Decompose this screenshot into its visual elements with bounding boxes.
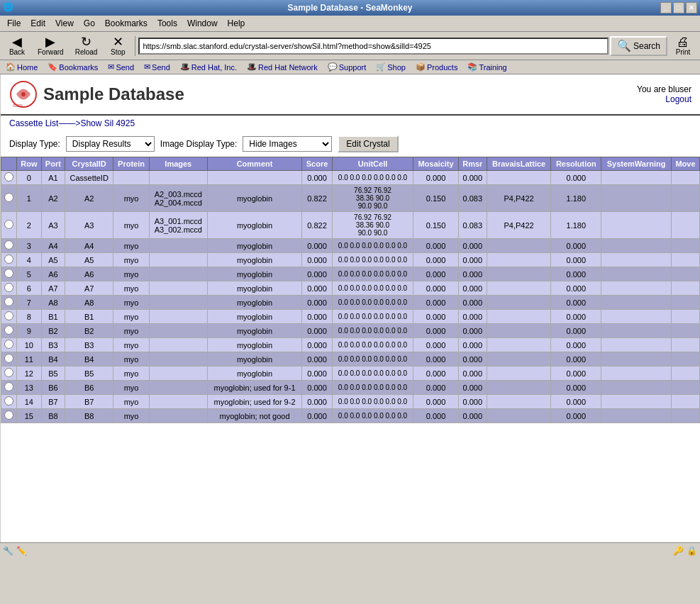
cassette-list-link[interactable]: Cassette List — [9, 118, 58, 128]
menu-help[interactable]: Help — [223, 17, 250, 30]
stop-button[interactable]: ✕ Stop — [104, 33, 132, 58]
row-radio-cell[interactable] — [1, 324, 17, 338]
cell-move — [671, 253, 699, 267]
cell-rmsr: 0.083 — [458, 212, 487, 239]
menu-view[interactable]: View — [51, 17, 78, 30]
row-radio-cell[interactable] — [1, 185, 17, 212]
cell-row: 11 — [17, 352, 42, 367]
bookmark-products[interactable]: 📦 Products — [413, 62, 460, 72]
cell-mosaicity: 0.000 — [413, 395, 459, 409]
row-radio-cell[interactable] — [1, 296, 17, 310]
row-radio-cell[interactable] — [1, 338, 17, 352]
cell-bravais — [487, 324, 551, 338]
bookmark-bookmarks[interactable]: 🔖 Bookmarks — [45, 62, 101, 72]
back-button[interactable]: ◀ Back — [3, 33, 31, 58]
menu-window[interactable]: Window — [183, 17, 222, 30]
cell-images — [149, 381, 207, 395]
row-radio-cell[interactable] — [1, 239, 17, 253]
cell-comment: myoglobin — [207, 367, 301, 381]
cell-row: 5 — [17, 267, 42, 281]
cell-protein: myo — [113, 185, 149, 212]
row-radio-cell[interactable] — [1, 381, 17, 395]
breadcrumb-arrow: ——> — [58, 118, 80, 128]
row-radio-cell[interactable] — [1, 409, 17, 423]
row-radio[interactable] — [4, 410, 13, 420]
cell-move — [671, 367, 699, 381]
cell-protein: myo — [113, 395, 149, 409]
row-radio[interactable] — [4, 382, 13, 391]
cell-unitcell: 0.0 0.0 0.0 0.0 0.0 0.0 — [332, 296, 413, 310]
row-radio-cell[interactable] — [1, 395, 17, 409]
cell-row: 15 — [17, 409, 42, 423]
row-radio[interactable] — [4, 255, 13, 264]
row-radio-cell[interactable] — [1, 212, 17, 239]
minimize-button[interactable]: _ — [660, 2, 672, 13]
logout-link[interactable]: Logout — [665, 94, 691, 104]
table-row: 14 B7 B7 myo myoglobin; used for 9-2 0.0… — [1, 395, 700, 409]
cell-images: A3_001.mccdA3_002.mccd — [149, 212, 207, 239]
bookmark-redhat-network[interactable]: 🎩 Red Hat Network — [244, 62, 321, 72]
shop-icon: 🛒 — [376, 62, 386, 72]
row-radio-cell[interactable] — [1, 171, 17, 185]
cell-row: 1 — [17, 185, 42, 212]
row-radio-cell[interactable] — [1, 310, 17, 324]
row-radio[interactable] — [4, 340, 13, 349]
cell-crystalid: A2 — [65, 185, 113, 212]
row-radio-cell[interactable] — [1, 367, 17, 381]
cell-protein: myo — [113, 212, 149, 239]
address-bar[interactable]: https://smb.slac.stanford.edu/crystal-se… — [138, 38, 609, 55]
row-radio[interactable] — [4, 240, 13, 250]
bookmark-shop[interactable]: 🛒 Shop — [373, 62, 409, 72]
bookmark-training[interactable]: 📚 Training — [465, 62, 509, 72]
reload-button[interactable]: ↻ Reload — [70, 33, 103, 58]
cell-move — [671, 185, 699, 212]
cell-resolution: 0.000 — [551, 395, 601, 409]
menu-tools[interactable]: Tools — [153, 17, 182, 30]
row-radio[interactable] — [4, 368, 13, 377]
row-radio[interactable] — [4, 354, 13, 363]
window-controls[interactable]: _ □ ✕ — [660, 2, 697, 13]
row-radio-cell[interactable] — [1, 267, 17, 281]
row-radio-cell[interactable] — [1, 352, 17, 367]
row-radio[interactable] — [4, 220, 13, 229]
print-button[interactable]: 🖨 Print — [669, 33, 697, 58]
bookmark-redhat[interactable]: 🎩 Red Hat, Inc. — [177, 62, 240, 72]
menu-bookmarks[interactable]: Bookmarks — [101, 17, 152, 30]
row-radio-cell[interactable] — [1, 253, 17, 267]
search-button[interactable]: 🔍 Search — [610, 36, 667, 56]
close-button[interactable]: ✕ — [686, 2, 697, 13]
edit-crystal-button[interactable]: Edit Crystal — [338, 135, 398, 152]
bookmark-home[interactable]: 🏠 Home — [3, 62, 40, 72]
row-radio-cell[interactable] — [1, 281, 17, 296]
cell-move — [671, 324, 699, 338]
cell-rmsr: 0.000 — [458, 324, 487, 338]
cell-rmsr: 0.000 — [458, 338, 487, 352]
row-radio[interactable] — [4, 269, 13, 278]
table-row: 6 A7 A7 myo myoglobin 0.000 0.0 0.0 0.0 … — [1, 281, 700, 296]
cell-bravais — [487, 267, 551, 281]
menu-go[interactable]: Go — [79, 17, 99, 30]
row-radio[interactable] — [4, 297, 13, 306]
display-type-select[interactable]: Display Results Display Summary Display … — [66, 136, 155, 152]
maximize-button[interactable]: □ — [673, 2, 684, 13]
bookmark-send2[interactable]: ✉ Send — [141, 62, 173, 72]
cell-bravais: P4,P422 — [487, 212, 551, 239]
bookmark-send1[interactable]: ✉ Send — [105, 62, 137, 72]
row-radio[interactable] — [4, 311, 13, 320]
toolbar: ◀ Back ▶ Forward ↻ Reload ✕ Stop https:/… — [0, 32, 700, 60]
cell-crystalid: A5 — [65, 253, 113, 267]
menu-file[interactable]: File — [3, 17, 25, 30]
reload-label: Reload — [75, 48, 98, 56]
url-text: https://smb.slac.stanford.edu/crystal-se… — [143, 42, 431, 50]
bookmark-support[interactable]: 💬 Support — [325, 62, 370, 72]
row-radio[interactable] — [4, 396, 13, 406]
row-radio[interactable] — [4, 172, 13, 181]
row-radio[interactable] — [4, 283, 13, 292]
row-radio[interactable] — [4, 325, 13, 335]
menu-edit[interactable]: Edit — [26, 17, 50, 30]
image-display-select[interactable]: Hide Images Show Images Show Thumbnails — [243, 136, 332, 152]
support-icon: 💬 — [328, 62, 338, 72]
forward-button[interactable]: ▶ Forward — [33, 33, 69, 58]
row-radio[interactable] — [4, 193, 13, 202]
status-icons: 🔧 ✏️ — [3, 546, 27, 556]
